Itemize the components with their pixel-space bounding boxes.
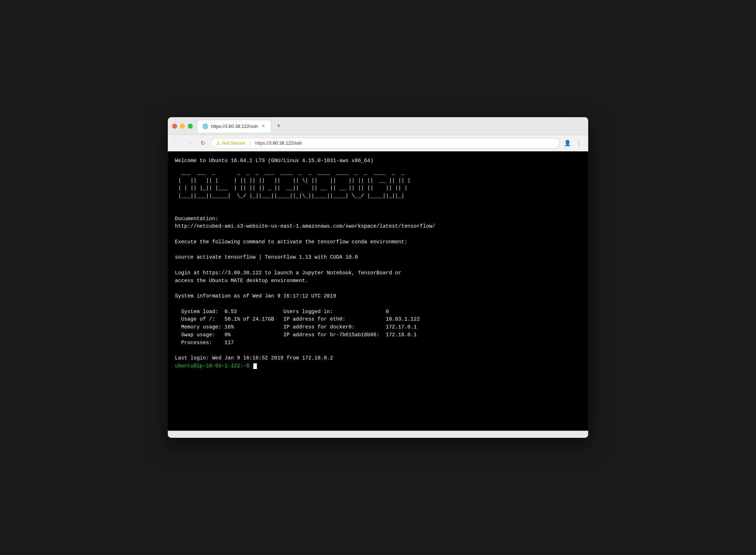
sysinfo-table: System load: 0.53 Users logged in: 0 Usa…: [175, 308, 581, 347]
blank2: [175, 230, 581, 238]
close-button[interactable]: [172, 124, 177, 129]
prompt-user: ubuntu@ip-10-83-1-122:~$: [175, 362, 249, 370]
url-path: /ssh: [293, 140, 302, 146]
welcome-line: Welcome to Ubuntu 18.04.1 LTS (GNU/Linux…: [175, 157, 581, 165]
blank3: [175, 246, 581, 254]
maximize-button[interactable]: [188, 124, 193, 129]
forward-button[interactable]: →: [185, 138, 195, 148]
traffic-lights: [172, 124, 193, 129]
ascii-art-pre: ___ ___ _ _ _ _ ___ ____ _ _ ____ ____ _…: [175, 169, 581, 200]
url-display: https://3.80.38.122/ssh: [255, 140, 302, 146]
url-separator: |: [249, 140, 251, 146]
url-bar[interactable]: ⚠ Not Secure | https://3.80.38.122/ssh: [211, 138, 560, 149]
active-tab[interactable]: 🌐 https://3.80.38.122/ssh ✕: [197, 120, 271, 133]
execute-line: Execute the following command to activat…: [175, 238, 581, 246]
tab-title: https://3.80.38.122/ssh: [211, 124, 258, 129]
sysinfo-header: System information as of Wed Jan 9 16:17…: [175, 292, 581, 300]
doc-url: http://netcubed-ami.s3-website-us-east-1…: [175, 223, 581, 230]
ascii-art-logo: ___ ___ _ _ _ _ ___ ____ _ _ ____ ____ _…: [175, 169, 581, 200]
blank1: [175, 207, 581, 215]
blank6: [175, 300, 581, 308]
tab-favicon-icon: 🌐: [202, 124, 208, 129]
last-login: Last login: Wed Jan 9 16:16:52 2019 from…: [175, 354, 581, 362]
login-line1: Login at https://3.80.38.122 to launch a…: [175, 269, 581, 277]
address-actions: 👤 ⋮: [563, 138, 584, 148]
address-bar: ← → ↻ ⚠ Not Secure | https://3.80.38.122…: [168, 135, 588, 151]
source-activate: source activate tensorflow | TensorFlow …: [175, 254, 581, 261]
security-indicator: ⚠ Not Secure: [216, 140, 245, 146]
warning-icon: ⚠: [216, 140, 221, 146]
minimize-button[interactable]: [180, 124, 185, 129]
not-secure-label: Not Secure: [222, 140, 245, 146]
terminal-area[interactable]: Welcome to Ubuntu 18.04.1 LTS (GNU/Linux…: [168, 151, 588, 431]
title-bar: 🌐 https://3.80.38.122/ssh ✕ +: [168, 117, 588, 135]
terminal-cursor: [253, 363, 257, 369]
profile-button[interactable]: 👤: [563, 138, 573, 148]
menu-button[interactable]: ⋮: [574, 138, 584, 148]
profile-icon: 👤: [564, 140, 571, 146]
prompt-line: ubuntu@ip-10-83-1-122:~$: [175, 362, 581, 370]
refresh-button[interactable]: ↻: [198, 138, 208, 148]
menu-icon: ⋮: [576, 140, 582, 146]
login-line2: access the Ubuntu MATE desktop environme…: [175, 277, 581, 285]
url-prefix: https://: [255, 140, 269, 146]
new-tab-button[interactable]: +: [274, 121, 284, 131]
tab-bar: 🌐 https://3.80.38.122/ssh ✕ +: [197, 120, 584, 133]
browser-window: 🌐 https://3.80.38.122/ssh ✕ + ← → ↻ ⚠ No…: [168, 117, 588, 438]
blank4: [175, 261, 581, 269]
url-host: 3.80.38.122: [269, 140, 294, 146]
blank5: [175, 285, 581, 292]
doc-label: Documentation:: [175, 215, 581, 223]
tab-close-button[interactable]: ✕: [261, 124, 266, 129]
back-button[interactable]: ←: [172, 138, 182, 148]
prompt-space: [249, 362, 253, 370]
sysinfo-rows: System load: 0.53 Users logged in: 0 Usa…: [175, 308, 581, 347]
blank7: [175, 347, 581, 354]
bottom-bar: [168, 431, 588, 438]
